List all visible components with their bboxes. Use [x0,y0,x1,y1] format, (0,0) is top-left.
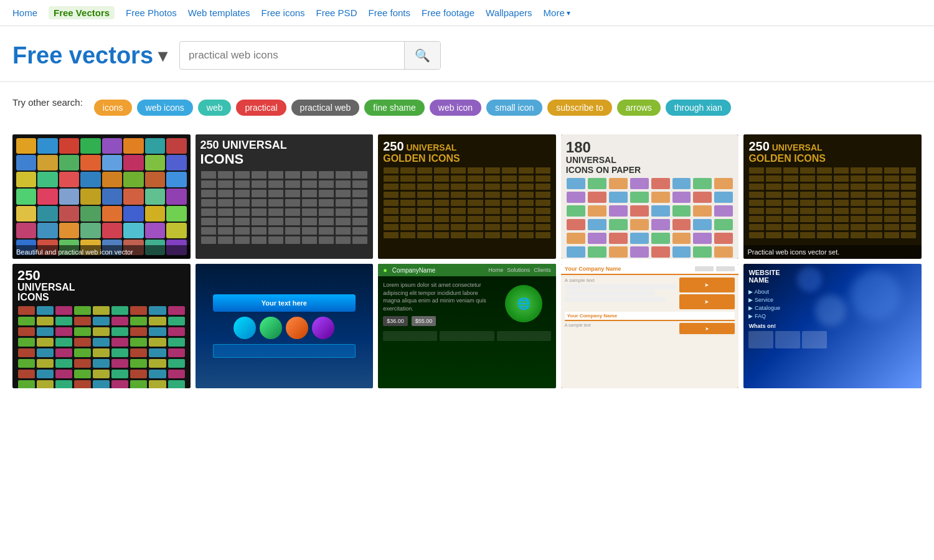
tag-subscribe-to[interactable]: subscribe to [547,100,611,116]
search-input[interactable] [180,43,404,68]
more-button[interactable]: More ▾ [544,7,570,18]
more-arrow-icon: ▾ [567,9,570,17]
grid-item[interactable]: Beautiful and practical web icon vector [12,134,191,259]
search-bar: 🔍 [179,41,441,70]
grid-item[interactable]: WEBSITENAME ▶ About ▶ Service ▶ Catalogu… [743,264,922,388]
page-title: Free vectors ▾ [12,42,167,69]
nav-wallpapers[interactable]: Wallpapers [486,7,532,18]
grid-item[interactable]: 250UNIVERSALICONS for(var i=0;i<72;i++){… [12,264,191,388]
grid-item[interactable]: 180UNIVERSALICONS ON PAPER for(var i=0;i… [561,134,739,259]
grid-item[interactable]: 250 UNIVERSALGOLDEN ICONS for(var i=0;i<… [378,134,556,259]
nav-web-templates[interactable]: Web templates [188,7,250,18]
grid-item-label: Practical web icons vector set. [743,245,922,259]
tag-through-xian[interactable]: through xian [666,100,731,116]
grid-item[interactable]: Your text here [196,264,374,388]
grid-item[interactable]: 250 UNIVERSALICONS for(var i=0;i<80;i++)… [196,134,374,259]
title-dropdown-icon[interactable]: ▾ [158,45,167,66]
nav-free-psd[interactable]: Free PSD [316,7,357,18]
nav-free-photos[interactable]: Free Photos [126,7,177,18]
nav-free-fonts[interactable]: Free fonts [368,7,410,18]
nav-free-footage[interactable]: Free footage [422,7,474,18]
grid-item[interactable]: ● CompanyName HomeSolutionsClients Lorem… [378,264,556,388]
tag-practical[interactable]: practical [236,100,286,116]
grid-item-label: Beautiful and practical web icon vector [12,245,191,259]
search-button[interactable]: 🔍 [404,42,440,69]
tag-fine-shame[interactable]: fine shame [364,100,424,116]
tag-icons[interactable]: icons [94,100,132,116]
results-grid: Beautiful and practical web icon vector … [12,134,922,388]
grid-item[interactable]: Your Company Name A sample text ➤ [561,264,739,388]
tag-small-icon[interactable]: small icon [486,100,542,116]
grid-item[interactable]: 250 UNIVERSALGOLDEN ICONS for(var i=0;i<… [743,134,922,259]
suggestions-section: Try other search: icons web icons web pr… [0,82,934,128]
grid-section: Beautiful and practical web icon vector … [0,128,934,407]
header-section: Free vectors ▾ 🔍 [0,26,934,82]
nav-free-vectors[interactable]: Free Vectors [49,6,115,19]
suggestions-wrapper: Try other search: icons web icons web pr… [12,97,922,116]
tag-web-icons[interactable]: web icons [137,100,193,116]
suggestions-label: Try other search: [12,97,83,108]
tag-web[interactable]: web [198,100,232,116]
main-nav: Home Free Vectors Free Photos Web templa… [0,0,934,26]
tag-arrows[interactable]: arrows [617,100,661,116]
tag-web-icon[interactable]: web icon [430,100,481,116]
suggestions-tags: icons web icons web practical practical … [94,100,731,116]
nav-free-icons[interactable]: Free icons [262,7,305,18]
nav-home[interactable]: Home [12,7,37,18]
tag-practical-web[interactable]: practical web [291,100,360,116]
